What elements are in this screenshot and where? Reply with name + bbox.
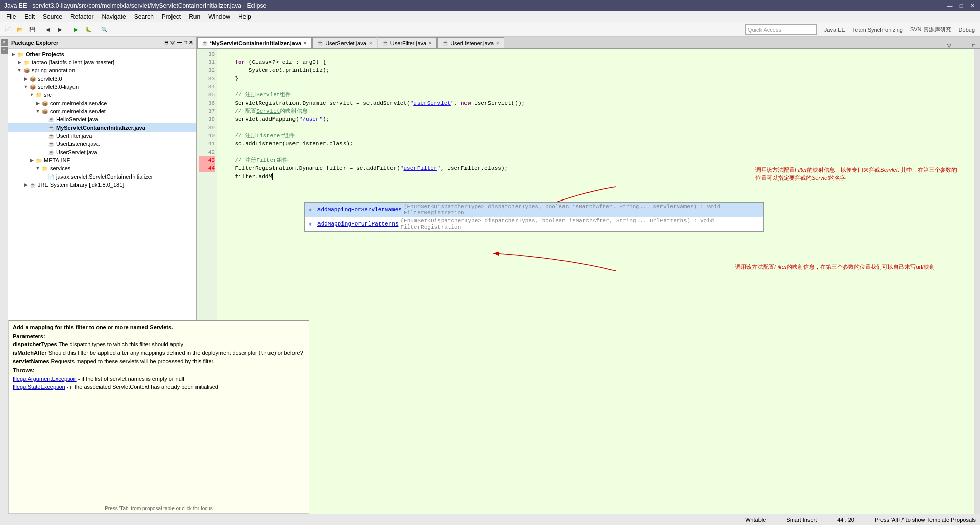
status-smart-insert: Smart Insert (786, 517, 817, 523)
tab-userservlet[interactable]: ☕ UserServlet.java ✕ (312, 37, 377, 48)
tree-label: spring-annotation (32, 67, 75, 73)
status-position: 44 : 20 (837, 517, 854, 523)
tree-meta-inf[interactable]: ▶ 📁 META-INF (8, 156, 196, 164)
toolbar-back[interactable]: ◀ (42, 24, 54, 35)
menu-refactor[interactable]: Refactor (66, 12, 97, 21)
pe-maximize[interactable]: □ (184, 40, 187, 45)
tree-jre[interactable]: ▶ ☕ JRE System Library [jdk1.8.0_181] (8, 181, 196, 189)
menu-search[interactable]: Search (130, 12, 158, 21)
pe-collapse[interactable]: ⊟ (164, 40, 168, 45)
toolbar-debug[interactable]: 🐛 (83, 24, 94, 35)
menu-window[interactable]: Window (204, 12, 234, 21)
quick-access-label: Quick Access (748, 27, 781, 33)
tree-label: UserListener.java (56, 141, 100, 147)
tree-userservlet[interactable]: ☕ UserServlet.java (8, 148, 196, 156)
tree-servlet30[interactable]: ▶ 📦 servlet3.0 (8, 74, 196, 83)
menu-edit[interactable]: Edit (20, 12, 39, 21)
editor-maximize[interactable]: □ (968, 43, 980, 48)
tree-arrow: ▶ (22, 76, 29, 81)
menu-navigate[interactable]: Navigate (97, 12, 130, 21)
autocomplete-popup[interactable]: ◈ addMappingForServletNames(EnumSet<Disp… (304, 202, 764, 232)
tab-menu-btn[interactable]: ▽ (943, 43, 955, 48)
status-bar: Writable Smart Insert 44 : 20 Press 'Alt… (0, 514, 980, 525)
tree-arrow: ▼ (16, 68, 22, 73)
java-file-icon: ☕ (382, 40, 388, 46)
tree-services[interactable]: ▼ 📁 services (8, 164, 196, 172)
tab-myservlet[interactable]: ☕ *MyServletContainerInitializer.java ✕ (197, 37, 312, 48)
ac-method-icon-2: ◈ (309, 221, 315, 227)
tree-arrow: ▶ (16, 60, 22, 65)
ac-item-1[interactable]: ◈ addMappingForServletNames(EnumSet<Disp… (305, 203, 763, 217)
perspective-debug[interactable]: Debug (955, 27, 978, 33)
toolbar-search[interactable]: 🔍 (99, 24, 110, 35)
code-content[interactable]: for (Class<?> clz : arg0) { System.out.p… (217, 49, 974, 514)
bp-throws-label: Throws: (13, 367, 305, 373)
package-icon: 📦 (41, 99, 49, 107)
tree-spring-annotation[interactable]: ▼ 📦 spring-annotation (8, 66, 196, 74)
toolbar-forward[interactable]: ▶ (55, 24, 66, 35)
tree-helloservlet[interactable]: ☕ HelloServlet.java (8, 115, 196, 123)
perspective-java-ee[interactable]: Java EE (821, 27, 848, 33)
annotation-1-text: 调用该方法配置Filter的映射信息，以便专门来拦截Servlet. 其中，在第… (755, 167, 957, 181)
bp-throw-2: IllegalStateException - if the associate… (13, 384, 305, 390)
throw-link-1[interactable]: IllegalArgumentException (13, 376, 77, 382)
left-icon-2[interactable]: T (1, 47, 8, 54)
editor-minimize[interactable]: — (955, 43, 968, 48)
perspective-team[interactable]: Team Synchronizing (849, 27, 906, 33)
tab-close-btn[interactable]: ✕ (428, 41, 432, 46)
left-icon-1[interactable]: P (1, 39, 8, 46)
menu-bar: File Edit Source Refactor Navigate Searc… (0, 11, 980, 22)
perspective-svn[interactable]: SVN 资源库研究 (907, 26, 954, 33)
tree-taotao[interactable]: ▶ 📁 taotao [fastdfs-client-java master] (8, 58, 196, 66)
toolbar-save[interactable]: 💾 (27, 24, 38, 35)
tab-userlistener[interactable]: ☕ UserListener.java ✕ (437, 37, 504, 48)
bottom-panel: Add a mapping for this filter to one or … (8, 320, 309, 514)
tree-label: JRE System Library [jdk1.8.0_181] (38, 182, 124, 188)
tab-close-btn[interactable]: ✕ (369, 41, 373, 46)
package-icon: 📦 (41, 108, 49, 115)
tree-myservletcontainerinitializer[interactable]: ☕ MyServletContainerInitializer.java (8, 123, 196, 132)
ac-item-2[interactable]: ◈ addMappingForUrlPatterns(EnumSet<Dispa… (305, 217, 763, 231)
minimize-button[interactable]: — (946, 2, 953, 9)
menu-source[interactable]: Source (39, 12, 66, 21)
menu-run[interactable]: Run (185, 12, 204, 21)
toolbar-new[interactable]: 📄 (2, 24, 13, 35)
toolbar-run[interactable]: ▶ (70, 24, 82, 35)
code-line-44: filter.addM (222, 173, 273, 180)
tab-close-btn[interactable]: ✕ (303, 41, 307, 46)
quick-access-box[interactable]: Quick Access (745, 24, 817, 35)
tree-label: Other Projects (26, 51, 64, 57)
tab-userfilter[interactable]: ☕ UserFilter.java ✕ (378, 37, 437, 48)
tree-other-projects[interactable]: ▶ 📁 Other Projects (8, 50, 196, 58)
tree-src[interactable]: ▼ 📁 src (8, 91, 196, 99)
tree-arrow: ▼ (29, 92, 35, 97)
tree-label: META-INF (44, 157, 70, 163)
menu-project[interactable]: Project (158, 12, 185, 21)
maximize-button[interactable]: □ (958, 2, 965, 9)
tree-userlistener[interactable]: ☕ UserListener.java (8, 140, 196, 148)
throw-link-2[interactable]: IllegalStateException (13, 384, 65, 390)
code-editor[interactable]: 30 31 32 33 34 35 36 37 38 39 40 41 42 4… (197, 49, 980, 514)
tree-userfilter[interactable]: ☕ UserFilter.java (8, 132, 196, 140)
close-button[interactable]: ✕ (969, 2, 976, 9)
editor-scrollbar[interactable] (974, 49, 980, 514)
bp-param-ismatchafter: isMatchAfter Should this filter be appli… (13, 349, 305, 356)
tree-servlet-pkg[interactable]: ▼ 📦 com.meimeixia.servlet (8, 107, 196, 115)
ac-type-2: (EnumSet<DispatcherType> dispatcherTypes… (401, 218, 760, 230)
tab-close-btn[interactable]: ✕ (496, 41, 500, 46)
pe-close[interactable]: ✕ (189, 40, 193, 45)
menu-file[interactable]: File (2, 12, 20, 21)
code-line-40: sc.addListener(UserListener.class); (222, 141, 353, 147)
java-icon: ☕ (47, 140, 55, 147)
ac-text-2: addMappingForUrlPatterns (317, 221, 398, 227)
toolbar-open[interactable]: 📂 (14, 24, 26, 35)
tree-javax-servlet[interactable]: 📄 javax.servlet.ServletContainerInitiali… (8, 172, 196, 181)
menu-help[interactable]: Help (234, 12, 255, 21)
toolbar: 📄 📂 💾 ◀ ▶ ▶ 🐛 🔍 Quick Access Java EE Tea… (0, 22, 980, 37)
tab-label: UserListener.java (450, 40, 494, 46)
tree-servlet30-liayun[interactable]: ▼ 📦 servlet3.0-liayun (8, 83, 196, 91)
tree-arrow: ▼ (35, 166, 41, 171)
pe-menu[interactable]: ▽ (170, 40, 175, 45)
pe-minimize[interactable]: — (177, 40, 182, 45)
tree-service[interactable]: ▶ 📦 com.meimeixia.service (8, 99, 196, 107)
